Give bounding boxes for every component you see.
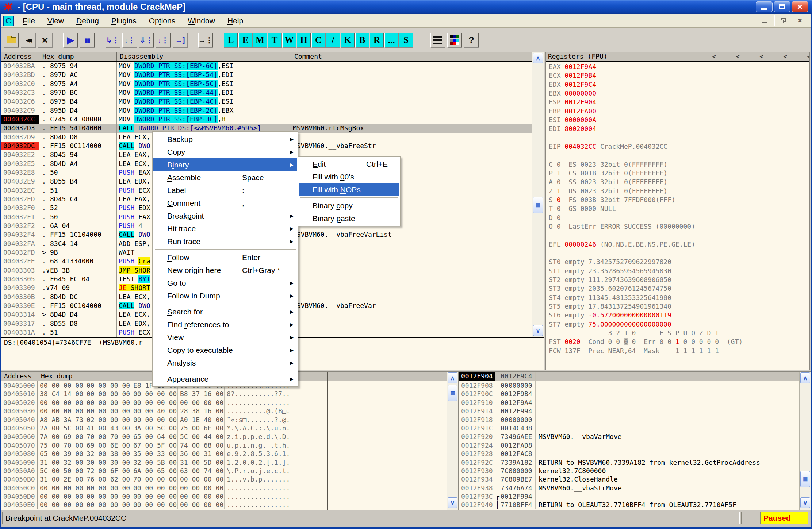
menu-item-view[interactable]: View▶ [153,331,297,344]
dump-row[interactable]: 004050E000 00 00 0000 00 00 0000 00 00 0… [1,501,447,509]
view-threads-button[interactable]: T [268,33,281,47]
dump-row[interactable]: 004050502A 00 5C 0041 00 43 003A 00 5C 0… [1,424,447,432]
register-line[interactable]: ST4 empty 11345.481353325641980 [546,293,809,302]
dump-row[interactable]: 0040501038 C4 14 0000 00 00 0000 00 00 0… [1,390,447,398]
menu-plugins[interactable]: Plugins [105,15,143,27]
menu-item-binary-copy[interactable]: Binary copy [299,199,399,212]
dump-row[interactable]: 00405040A8 AB 3A 7302 00 00 0000 00 00 0… [1,416,447,424]
debugging-options-icon[interactable] [430,33,445,47]
stack-scroll-thumb[interactable]: ≣ [800,471,810,487]
dump-scrollbar[interactable]: ∧ ≣ ∨ [447,372,458,510]
register-line[interactable]: ST5 empty 17.843137254901961340 [546,302,809,311]
mdi-minimize-button[interactable] [757,15,773,26]
menu-item-backup[interactable]: Backup▶ [153,133,297,146]
stack-scroll-down-button[interactable]: ∨ [800,497,810,508]
menu-item-fill-with-00-s[interactable]: Fill with 00's [299,170,399,183]
register-line[interactable] [546,134,809,142]
menu-item-binary-paste[interactable]: Binary paste [299,212,399,225]
pause-icon[interactable]: ▮▮ [80,33,95,47]
stack-row[interactable]: 0012F93C┌0012F994 [459,492,811,501]
view-executables-button[interactable]: E [238,33,252,47]
dump-row[interactable]: 0040502000 00 00 0000 00 00 0000 00 00 0… [1,398,447,407]
register-line[interactable]: FST 0020 Cond 0 0 0 0 Err 0 0 1 0 0 0 0 … [546,337,809,346]
dump-row[interactable]: 004050C000 00 00 0000 00 00 0000 00 00 0… [1,484,447,492]
register-line[interactable] [546,231,809,240]
appearance-icon[interactable] [447,33,462,47]
menu-file[interactable]: File [16,15,41,27]
dump-scroll-thumb[interactable]: ≣ [448,385,457,401]
dump-row[interactable]: 004050607A 00 69 0070 00 70 0065 00 64 0… [1,432,447,441]
stack-row[interactable]: 0012F91800000000 [459,416,811,424]
menu-item-appearance[interactable]: Appearance▶ [153,372,297,385]
dump-row[interactable]: 0040509031 00 32 0030 00 30 0032 00 5B 0… [1,458,447,467]
chevron-left-icon[interactable]: < [783,52,787,61]
register-line[interactable]: EDI 80020004 [546,124,809,133]
disasm-row[interactable]: 004032C6.8975 B4MOV DWORD PTR SS:[EBP-4C… [1,97,532,106]
close-program-icon[interactable]: × [38,33,52,47]
go-to-address-icon[interactable]: →⋮ [198,33,213,47]
menu-item-run-trace[interactable]: Run trace▶ [153,235,297,248]
view-cpu-button[interactable]: C [311,33,325,47]
open-file-icon[interactable] [4,33,19,47]
view-references-button[interactable]: R [370,33,384,47]
menu-item-fill-with-nops[interactable]: Fill with NOPs [299,183,399,196]
dump-row[interactable]: 0040508065 00 39 0032 00 38 0035 00 33 0… [1,449,447,458]
stack-scrollbar[interactable]: ∧ ≣ ∨ [799,372,811,510]
register-line[interactable]: ST6 empty -0.572000000000000119 [546,311,809,320]
view-run-trace-button[interactable]: ... [384,33,398,47]
register-line[interactable]: ST1 empty 23.352865954565945830 [546,267,809,275]
dump-row[interactable]: 0040503000 00 00 0000 00 00 0000 00 40 0… [1,407,447,415]
menu-view[interactable]: View [41,15,70,27]
disasm-row[interactable]: 004032C9.895D D4MOV DWORD PTR SS:[EBP-2C… [1,106,532,115]
register-line[interactable]: S 0 FS 003B 32bit 7FFDF000(FFF) [546,196,809,204]
chevron-left-icon[interactable]: < [712,52,716,61]
disasm-row[interactable]: 004032C3.897D BCMOV DWORD PTR SS:[EBP-44… [1,88,532,97]
menu-item-analysis[interactable]: Analysis▶ [153,356,297,369]
menu-item-search-for[interactable]: Search for▶ [153,305,297,318]
dump-scroll-up-button[interactable]: ∧ [448,372,457,383]
stack-row[interactable]: 0012F9307C800000kernel32.7C800000 [459,467,811,475]
animate-into-icon[interactable]: ⇓⋮ [139,33,154,47]
register-line[interactable]: Z 1 DS 0023 32bit 0(FFFFFFFF) [546,187,809,196]
minimize-button[interactable] [756,1,773,12]
close-button[interactable]: × [792,1,808,12]
menu-item-find-references-to[interactable]: Find references to▶ [153,318,297,331]
register-line[interactable]: ST3 empty 2035.6020761245674750 [546,284,809,293]
register-line[interactable] [546,249,809,258]
disasm-row[interactable]: 004032BA.8975 94MOV DWORD PTR SS:[EBP-6C… [1,62,532,70]
chevron-left-icon[interactable]: < [736,52,740,61]
stack-row[interactable]: 0012F93873476A74MSVBVM60.__vbaStrMove [459,484,811,492]
menu-item-copy-to-executable[interactable]: Copy to executable▶ [153,344,297,356]
register-line[interactable]: ST2 empty 111.29743639608906850 [546,275,809,284]
stack-row[interactable]: 0012F9240012FAD8 [459,441,811,449]
disassembly-scrollbar[interactable]: ∧ ≣ ∨ [532,52,544,337]
scroll-up-button[interactable]: ∧ [533,53,543,63]
register-line[interactable]: A 0 SS 0023 32bit 0(FFFFFFFF) [546,178,809,186]
dump-scroll-down-button[interactable]: ∨ [448,497,457,508]
disasm-row[interactable]: 004032BD.897D ACMOV DWORD PTR SS:[EBP-54… [1,70,532,79]
stack-row[interactable]: 0012F91C0014C438 [459,424,811,432]
mdi-close-button[interactable]: × [792,15,808,26]
execute-till-return-icon[interactable]: →] [173,33,187,47]
menu-item-go-to[interactable]: Go to▶ [153,277,297,289]
register-line[interactable]: P 1 CS 001B 32bit 0(FFFFFFFF) [546,169,809,178]
menu-help[interactable]: Help [221,15,249,27]
stack-row[interactable]: 0012F90800000000 [459,381,811,390]
stack-row[interactable]: 0012F9040012F9C4 [459,372,811,381]
register-line[interactable]: O 0 LastErr ERROR_SUCCESS (00000000) [546,222,809,231]
register-line[interactable]: ST7 empty 75.000000000000000000 [546,320,809,329]
register-line[interactable]: EIP 004032CC CrackMeP.004032CC [546,142,809,151]
stack-row[interactable]: 0012F9140012F994 [459,407,811,415]
stack-row[interactable]: 0012F90C0012F9B4 [459,390,811,398]
run-icon[interactable]: ▶ [63,33,78,47]
menu-options[interactable]: Options [143,15,181,27]
scroll-thumb[interactable]: ≣ [533,197,543,213]
stack-row[interactable]: 0012F92C7339A182RETURN to MSVBVM60.7339A… [459,458,811,467]
menu-item-comment[interactable]: Comment; [153,197,297,209]
chevron-left-icon[interactable]: < [807,52,810,61]
stack-row[interactable]: 0012F9280012FAC8 [459,449,811,458]
help-icon[interactable]: ? [464,33,479,47]
register-line[interactable]: EBX 00000000 [546,89,809,98]
menu-item-edit[interactable]: EditCtrl+E [299,158,399,170]
step-over-icon[interactable]: ↓⋮ [122,33,137,47]
